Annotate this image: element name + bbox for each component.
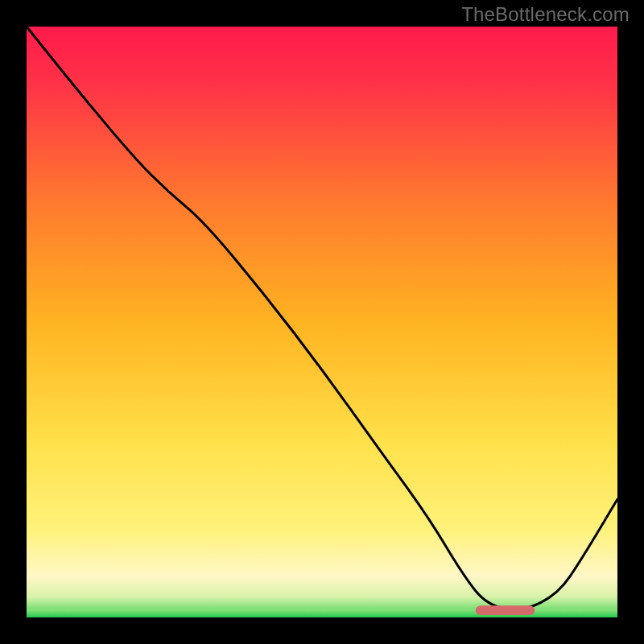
curve-svg [27,27,617,617]
chart-frame: TheBottleneck.com [0,0,644,644]
watermark-text: TheBottleneck.com [461,3,630,26]
plot-area [27,27,617,617]
optimal-marker [476,605,535,615]
bottleneck-curve [27,27,617,609]
